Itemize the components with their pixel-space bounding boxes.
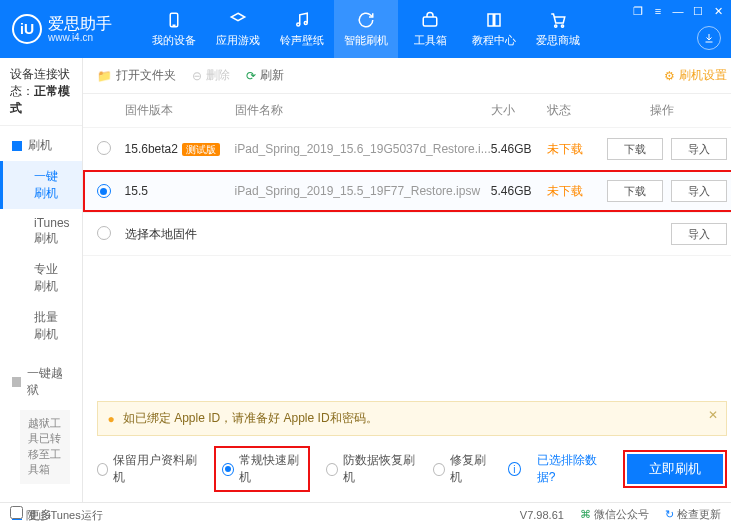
wechat-link[interactable]: ⌘ 微信公众号 [580, 507, 649, 522]
main-panel: 📁打开文件夹 ⊖删除 ⟳刷新 ⚙刷机设置 固件版本 固件名称 大小 状态 操作 … [83, 58, 731, 502]
mode-keep-data[interactable]: 保留用户资料刷机 [97, 452, 199, 486]
warning-icon: ● [108, 412, 115, 426]
nav-toolbox[interactable]: 工具箱 [398, 0, 462, 58]
open-folder-button[interactable]: 📁打开文件夹 [97, 67, 176, 84]
mode-normal[interactable]: 常规快速刷机 [214, 446, 310, 492]
sidebar-group-jailbreak[interactable]: 一键越狱 [0, 358, 82, 406]
delete-icon: ⊖ [192, 69, 202, 83]
row-radio[interactable] [97, 141, 111, 155]
titlebar: iU 爱思助手 www.i4.cn 我的设备 应用游戏 铃声壁纸 智能刷机 工具… [0, 0, 731, 58]
flash-now-button[interactable]: 立即刷机 [627, 454, 723, 484]
nav-store[interactable]: 爱思商城 [526, 0, 590, 58]
firmware-row[interactable]: 15.6beta2测试版 iPad_Spring_2019_15.6_19G50… [83, 128, 731, 170]
folder-icon: 📁 [97, 69, 112, 83]
app-name: 爱思助手 [48, 15, 112, 33]
primary-highlight: 立即刷机 [623, 450, 727, 488]
apps-icon [228, 10, 248, 30]
firmware-row-selected[interactable]: 15.5 iPad_Spring_2019_15.5_19F77_Restore… [83, 170, 731, 212]
version-label: V7.98.61 [520, 509, 564, 521]
mode-repair[interactable]: 修复刷机 [433, 452, 492, 486]
maximize-button[interactable]: ☐ [691, 4, 705, 18]
nav-flash[interactable]: 智能刷机 [334, 0, 398, 58]
phone-icon [164, 10, 184, 30]
exclude-data-link[interactable]: 已选排除数据? [537, 452, 607, 486]
import-button[interactable]: 导入 [671, 180, 727, 202]
close-button[interactable]: ✕ [711, 4, 725, 18]
svg-point-5 [555, 25, 557, 27]
download-manager-button[interactable] [697, 26, 721, 50]
nav-ringtones[interactable]: 铃声壁纸 [270, 0, 334, 58]
flash-settings-button[interactable]: ⚙刷机设置 [664, 67, 727, 84]
sidebar: 设备连接状态：正常模式 刷机 一键刷机 iTunes刷机 专业刷机 批量刷机 一… [0, 58, 83, 502]
app-url: www.i4.cn [48, 32, 112, 43]
toolbar: 📁打开文件夹 ⊖删除 ⟳刷新 ⚙刷机设置 [83, 58, 731, 94]
block-itunes-checkbox[interactable]: 阻止iTunes运行 [10, 506, 103, 523]
cart-icon [548, 10, 568, 30]
mode-anti-recovery[interactable]: 防数据恢复刷机 [326, 452, 417, 486]
svg-point-2 [297, 23, 300, 26]
close-icon[interactable]: ✕ [708, 408, 718, 422]
sidebar-item-oneclick-flash[interactable]: 一键刷机 [0, 161, 82, 209]
download-button[interactable]: 下载 [607, 180, 663, 202]
local-firmware-row[interactable]: 选择本地固件 导入 [83, 212, 731, 256]
app-logo: iU 爱思助手 www.i4.cn [12, 14, 112, 44]
sidebar-item-batch-flash[interactable]: 批量刷机 [0, 302, 82, 350]
update-icon: ↻ [665, 508, 674, 520]
status-bar: 阻止iTunes运行 V7.98.61 ⌘ 微信公众号 ↻ 检查更新 [0, 502, 731, 526]
row-radio[interactable] [97, 184, 111, 198]
warning-bar: ● 如已绑定 Apple ID，请准备好 Apple ID和密码。 ✕ [97, 401, 727, 436]
logo-icon: iU [12, 14, 42, 44]
nav-apps[interactable]: 应用游戏 [206, 0, 270, 58]
music-icon [292, 10, 312, 30]
window-controls: ❐ ≡ — ☐ ✕ [631, 4, 725, 18]
beta-tag: 测试版 [182, 143, 220, 156]
top-nav: 我的设备 应用游戏 铃声壁纸 智能刷机 工具箱 教程中心 爱思商城 [142, 0, 590, 58]
lock-icon [12, 377, 21, 387]
minimize-button[interactable]: — [671, 4, 685, 18]
square-icon [12, 141, 22, 151]
settings-icon[interactable]: ≡ [651, 4, 665, 18]
nav-tutorials[interactable]: 教程中心 [462, 0, 526, 58]
jailbreak-note: 越狱工具已转移至工具箱 [20, 410, 70, 484]
wechat-icon: ⌘ [580, 508, 591, 520]
download-button[interactable]: 下载 [607, 138, 663, 160]
import-button[interactable]: 导入 [671, 138, 727, 160]
nav-my-device[interactable]: 我的设备 [142, 0, 206, 58]
sidebar-item-pro-flash[interactable]: 专业刷机 [0, 254, 82, 302]
menu-icon[interactable]: ❐ [631, 4, 645, 18]
import-button[interactable]: 导入 [671, 223, 727, 245]
refresh-icon: ⟳ [246, 69, 256, 83]
svg-rect-4 [423, 17, 437, 26]
sidebar-group-flash[interactable]: 刷机 [0, 130, 82, 161]
connection-status: 设备连接状态：正常模式 [0, 58, 82, 126]
check-update-link[interactable]: ↻ 检查更新 [665, 507, 721, 522]
toolbox-icon [420, 10, 440, 30]
sidebar-item-itunes-flash[interactable]: iTunes刷机 [0, 209, 82, 254]
book-icon [484, 10, 504, 30]
gear-icon: ⚙ [664, 69, 675, 83]
refresh-icon [356, 10, 376, 30]
svg-point-3 [304, 22, 307, 25]
flash-mode-bar: 保留用户资料刷机 常规快速刷机 防数据恢复刷机 修复刷机 i 已选排除数据? 立… [83, 436, 731, 502]
refresh-button[interactable]: ⟳刷新 [246, 67, 284, 84]
delete-button: ⊖删除 [192, 67, 230, 84]
svg-point-6 [561, 25, 563, 27]
table-header: 固件版本 固件名称 大小 状态 操作 [83, 94, 731, 128]
info-icon[interactable]: i [508, 462, 521, 476]
row-radio[interactable] [97, 226, 111, 240]
